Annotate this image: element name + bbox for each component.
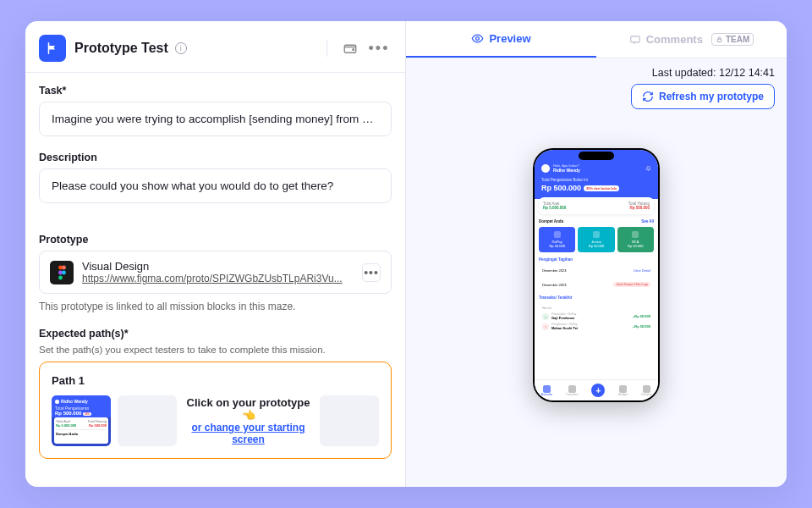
- figma-icon: [50, 261, 74, 284]
- phone-frame: Halo, Apa kabar? Ridho Wendy Total Penge…: [533, 148, 660, 402]
- spend-amount: Rp 500.000 35% dari bulan lalu: [541, 184, 651, 192]
- prototype-card[interactable]: Visual Design https://www.figma.com/prot…: [39, 251, 392, 294]
- transactions-section: Transaksi Terakhir Hari ini ↓ Pemasukan …: [539, 295, 654, 334]
- nav-home[interactable]: Beranda: [541, 385, 552, 396]
- bell-icon: [645, 165, 651, 171]
- editor-header: Prototype Test i •••: [25, 21, 405, 73]
- spend-label: Total Pengeluaran Bulan ini: [541, 178, 651, 182]
- nav-budget[interactable]: Budget: [618, 385, 628, 396]
- path-title: Path 1: [52, 374, 379, 387]
- avatar: [541, 164, 550, 173]
- wallets-section: Dompet AndaSee All GoPayRp 50.000 Jenius…: [539, 219, 654, 252]
- expected-path-sub: Set the path(s) you expect testers to ta…: [39, 345, 392, 355]
- svg-rect-8: [630, 36, 639, 41]
- app-window: Prototype Test i ••• Task* Imagine you w…: [25, 21, 787, 487]
- phone-screen[interactable]: Halo, Apa kabar? Ridho Wendy Total Penge…: [535, 150, 658, 400]
- nav-add-button[interactable]: +: [591, 384, 605, 397]
- svg-point-7: [476, 37, 480, 41]
- prototype-url[interactable]: https://www.figma.com/proto/SPIZWGbZUsbT…: [82, 273, 354, 284]
- see-all-link[interactable]: See All: [641, 219, 654, 224]
- team-badge: TEAM: [711, 33, 754, 46]
- svg-point-3: [62, 265, 66, 269]
- tab-preview[interactable]: Preview: [406, 21, 596, 58]
- lock-icon: [716, 36, 723, 43]
- header-actions: •••: [320, 36, 392, 61]
- wallet-icon-button[interactable]: [337, 36, 363, 61]
- dynamic-island: [579, 152, 614, 160]
- path-thumb-2[interactable]: [118, 395, 177, 446]
- eye-icon: [471, 32, 484, 45]
- path-thumbnails: Ridho Wendy Total Pengeluaran Rp 500.000…: [52, 395, 379, 446]
- description-label: Description: [39, 152, 392, 163]
- path-thumb-1[interactable]: Ridho Wendy Total Pengeluaran Rp 500.000…: [52, 395, 111, 446]
- path-card[interactable]: Path 1 Ridho Wendy Total Pengeluaran Rp …: [39, 362, 392, 459]
- prototype-more-button[interactable]: •••: [362, 263, 381, 282]
- editor-body: Task* Imagine you were trying to accompl…: [25, 73, 405, 471]
- nav-transactions[interactable]: Transaksi: [566, 385, 579, 396]
- divider: [326, 40, 327, 57]
- user-name: Ridho Wendy: [553, 168, 580, 173]
- refresh-icon: [642, 91, 654, 102]
- svg-point-6: [58, 275, 63, 279]
- reminder-row[interactable]: Desember 2023Jatuh Tempo 3 Hari Lagi: [539, 279, 654, 290]
- device-area: Halo, Apa kabar? Ridho Wendy Total Penge…: [406, 114, 787, 487]
- transaction-row[interactable]: ↓ Pemasukan • GoPayGaji Freelance +Rp 50…: [542, 312, 650, 320]
- income-icon: ↓: [542, 313, 549, 320]
- greeting: Halo, Apa kabar?: [553, 163, 580, 168]
- prototype-info: Visual Design https://www.figma.com/prot…: [82, 260, 354, 284]
- transaction-row[interactable]: ↑ Pengeluaran • GoPayMakan Sushi Tei +Rp…: [542, 323, 650, 330]
- nav-wallet[interactable]: Dompet: [641, 385, 651, 396]
- pointing-hand-icon: 👈: [242, 409, 255, 422]
- prototype-name: Visual Design: [82, 260, 354, 273]
- reminder-row[interactable]: Desember 2023Lihat Detail: [539, 265, 654, 276]
- expense-icon: ↑: [542, 323, 549, 330]
- tabs: Preview Comments TEAM: [406, 21, 787, 58]
- path-thumb-3[interactable]: [320, 395, 379, 446]
- wallet-card[interactable]: JeniusRp 50.000: [578, 227, 614, 252]
- bottom-nav: Beranda Transaksi + Budget Dompet: [535, 379, 658, 400]
- expected-path-label: Expected path(s)*: [39, 328, 392, 340]
- info-icon[interactable]: i: [175, 42, 187, 54]
- more-menu-button[interactable]: •••: [366, 36, 392, 61]
- page-title: Prototype Test: [74, 41, 168, 56]
- path-cta: Click on your prototype 👈 or change your…: [184, 396, 313, 445]
- wallet-card[interactable]: BCARp 50.000: [617, 227, 654, 252]
- preview-panel: Preview Comments TEAM Last updated: 12/1…: [406, 21, 787, 487]
- summary-card: Total AsetRp 5.000.000 Total HutangRp 50…: [539, 197, 654, 214]
- svg-point-5: [62, 270, 66, 274]
- refresh-button[interactable]: Refresh my prototype: [631, 84, 775, 109]
- description-input[interactable]: Please could you show what you would do …: [39, 168, 392, 203]
- change-screen-link[interactable]: or change your starting screen: [184, 422, 313, 445]
- prototype-label: Prototype: [39, 234, 392, 246]
- task-label: Task*: [39, 85, 392, 97]
- wallet-card[interactable]: GoPayRp 50.000: [539, 227, 575, 252]
- svg-point-1: [353, 49, 354, 51]
- prototype-note: This prototype is linked to all mission …: [39, 301, 392, 312]
- svg-rect-9: [717, 39, 721, 41]
- pct-badge: 35% dari bulan lalu: [584, 185, 619, 191]
- path-cta-heading: Click on your prototype 👈: [184, 396, 313, 422]
- reminders-section: Pengingat Tagihan Desember 2023Lihat Det…: [539, 257, 654, 290]
- tab-comments[interactable]: Comments TEAM: [596, 21, 787, 58]
- preview-top-actions: Last updated: 12/12 14:41: [406, 58, 787, 84]
- mission-flag-icon: [39, 35, 66, 62]
- preview-top-actions-2: Refresh my prototype: [406, 84, 787, 114]
- comment-icon: [629, 34, 641, 46]
- task-input[interactable]: Imagine you were trying to accomplish [s…: [39, 102, 392, 136]
- editor-panel: Prototype Test i ••• Task* Imagine you w…: [25, 21, 406, 487]
- last-updated-text: Last updated: 12/12 14:41: [652, 67, 775, 79]
